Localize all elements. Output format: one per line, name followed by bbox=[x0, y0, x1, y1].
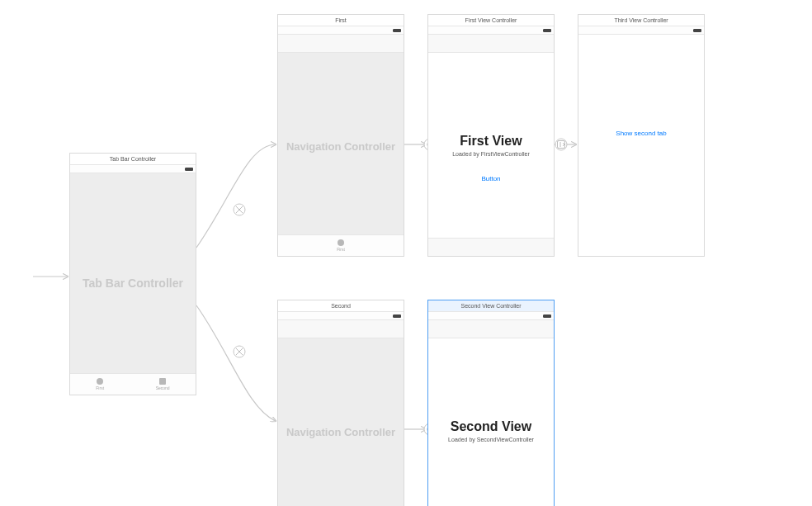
scene-header-title: Second bbox=[331, 303, 351, 309]
status-bar bbox=[278, 26, 404, 35]
navigation-bar bbox=[428, 320, 554, 338]
scene-body: Navigation Controller bbox=[278, 338, 404, 506]
status-bar bbox=[578, 26, 704, 35]
scene-navigation-controller-first[interactable]: First Navigation Controller First bbox=[277, 14, 404, 257]
square-icon bbox=[159, 378, 166, 385]
scene-tab-bar-controller[interactable]: Tab Bar Controller Tab Bar Controller Fi… bbox=[69, 153, 196, 395]
battery-icon bbox=[693, 29, 701, 32]
scene-header-title: First bbox=[335, 17, 347, 23]
tab-label: First bbox=[337, 247, 345, 252]
scene-first-view-controller[interactable]: First View Controller First View Loaded … bbox=[427, 14, 555, 257]
scene-header[interactable]: Second View Controller bbox=[428, 300, 554, 312]
second-view-title: Second View bbox=[428, 419, 554, 434]
scene-header-title: Tab Bar Controller bbox=[110, 156, 156, 162]
battery-icon bbox=[543, 29, 550, 32]
status-bar bbox=[70, 165, 196, 173]
scene-header[interactable]: Third View Controller bbox=[578, 15, 704, 26]
navigation-bar bbox=[278, 320, 404, 338]
scene-header[interactable]: First bbox=[278, 15, 404, 26]
tab-label: Second bbox=[156, 385, 170, 390]
tab-item-second[interactable]: Second bbox=[156, 378, 170, 390]
placeholder-title: Tab Bar Controller bbox=[70, 277, 196, 290]
placeholder-title: Navigation Controller bbox=[278, 426, 404, 438]
navigation-bar bbox=[428, 35, 554, 53]
scene-header[interactable]: Tab Bar Controller bbox=[70, 154, 196, 165]
battery-icon bbox=[543, 314, 550, 318]
show-second-tab-button[interactable]: Show second tab bbox=[578, 130, 704, 137]
tab-bar: First bbox=[278, 234, 404, 256]
first-view-subtitle: Loaded by FirstViewController bbox=[428, 151, 554, 157]
first-view-title: First View bbox=[428, 134, 554, 149]
placeholder-title: Navigation Controller bbox=[278, 140, 404, 153]
svg-point-0 bbox=[234, 204, 245, 215]
status-bar bbox=[278, 312, 404, 320]
status-bar bbox=[428, 312, 554, 320]
svg-point-4 bbox=[555, 139, 567, 150]
scene-header-title: Third View Controller bbox=[614, 17, 668, 23]
scene-body: Navigation Controller bbox=[278, 53, 404, 234]
status-bar bbox=[428, 26, 554, 35]
svg-point-1 bbox=[234, 346, 245, 357]
second-view-subtitle: Loaded by SecondViewController bbox=[428, 437, 554, 442]
tab-item-first[interactable]: First bbox=[337, 239, 345, 252]
button-link[interactable]: Button bbox=[428, 175, 554, 182]
battery-icon bbox=[185, 168, 192, 171]
navigation-bar bbox=[278, 35, 404, 53]
scene-header-title: Second View Controller bbox=[460, 303, 521, 309]
scene-header-title: First View Controller bbox=[465, 17, 517, 23]
scene-second-view-controller[interactable]: Second View Controller Second View Loade… bbox=[427, 300, 555, 506]
tab-bar: First Second bbox=[70, 373, 196, 395]
battery-icon bbox=[393, 29, 400, 32]
circle-icon bbox=[338, 239, 344, 246]
scene-header[interactable]: Second bbox=[278, 300, 404, 312]
tab-label: First bbox=[96, 385, 104, 390]
toolbar-placeholder bbox=[428, 238, 554, 256]
scene-body: Show second tab bbox=[578, 35, 704, 256]
circle-icon bbox=[97, 378, 103, 385]
svg-rect-5 bbox=[558, 141, 565, 149]
battery-icon bbox=[393, 314, 400, 318]
scene-header[interactable]: First View Controller bbox=[428, 15, 554, 26]
scene-body: Tab Bar Controller bbox=[70, 173, 196, 373]
scene-navigation-controller-second[interactable]: Second Navigation Controller bbox=[277, 300, 404, 506]
scene-body: First View Loaded by FirstViewController… bbox=[428, 53, 554, 238]
scene-third-view-controller[interactable]: Third View Controller Show second tab bbox=[578, 14, 705, 257]
scene-body: Second View Loaded by SecondViewControll… bbox=[428, 338, 554, 506]
tab-item-first[interactable]: First bbox=[96, 378, 104, 390]
